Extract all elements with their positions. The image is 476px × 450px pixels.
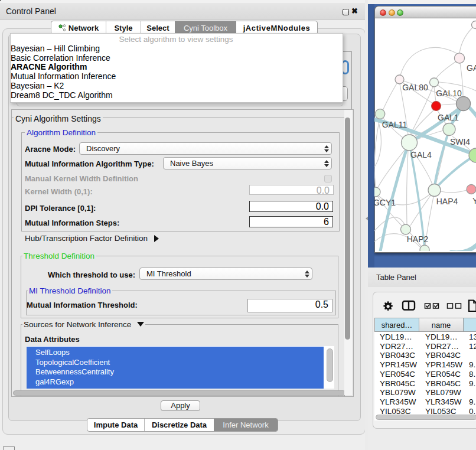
svg-text:GAL11: GAL11 [382,120,407,129]
svg-text:GAL80: GAL80 [402,83,428,92]
svg-text:GAL1: GAL1 [438,113,459,122]
svg-text:GAL4: GAL4 [410,150,432,159]
svg-text:GAL10: GAL10 [436,89,462,98]
svg-text:SWI4: SWI4 [450,137,470,146]
svg-text:HAP2: HAP2 [407,234,429,244]
svg-text:Y: Y [472,196,476,206]
svg-text:GCY1: GCY1 [374,198,396,207]
svg-text:HAP4: HAP4 [436,197,458,206]
svg-text:GAL: GAL [467,63,476,73]
